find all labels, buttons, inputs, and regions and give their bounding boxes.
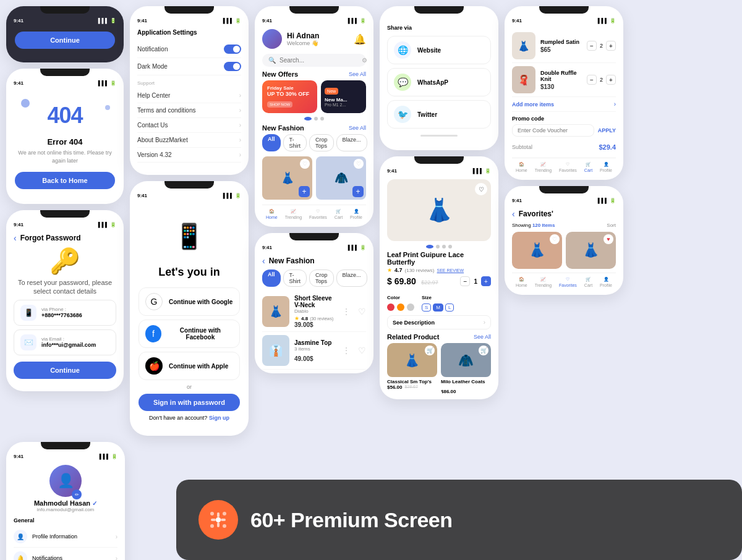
back-arrow[interactable]: ‹ xyxy=(14,233,17,243)
related-2-fav[interactable]: 🛒 xyxy=(479,346,488,355)
fav-heart-1[interactable]: ♡ xyxy=(550,234,560,244)
related-1[interactable]: 👗 🛒 Classical Sm Top's $56.00 $28.67 xyxy=(387,343,437,396)
product-2-fav[interactable]: ♡ xyxy=(354,159,364,169)
fav-controls: Showing 120 Items Sort xyxy=(512,223,616,228)
notification-row[interactable]: Notification xyxy=(137,41,241,58)
add-more-row[interactable]: Add more items › xyxy=(512,97,616,112)
back-home-button[interactable]: Back to Home xyxy=(15,172,115,189)
color-orange[interactable] xyxy=(397,303,404,311)
profile-info-item[interactable]: 👤 Profile Information › xyxy=(14,526,117,548)
nav-trending[interactable]: 📈 Trending xyxy=(285,209,302,219)
twitter-item[interactable]: 🐦 Twitter xyxy=(387,100,491,129)
product-1-add[interactable]: + xyxy=(299,186,310,197)
list-item-2-more[interactable]: ⋮ xyxy=(342,346,351,355)
about-row[interactable]: About BuzzMarket › xyxy=(137,133,241,148)
signin-button[interactable]: Sign in with password xyxy=(139,394,240,411)
cart-nav-home[interactable]: 🏠 Home xyxy=(516,162,527,172)
continue-button[interactable]: Continue xyxy=(15,32,115,49)
see-description-btn[interactable]: See Description › xyxy=(387,315,491,329)
nav-profile-home[interactable]: 👤 Profile xyxy=(350,209,362,219)
list-tab-tshirt[interactable]: T-Shirt xyxy=(283,269,307,287)
apply-button[interactable]: APPLY xyxy=(598,124,616,137)
tab-blaze[interactable]: Blaze... xyxy=(336,134,367,151)
facebook-button[interactable]: f Continue with Facebook xyxy=(139,320,240,348)
qty-plus[interactable]: + xyxy=(481,276,491,286)
fav-item-1[interactable]: 👗 ♡ xyxy=(512,232,562,269)
apple-button[interactable]: 🍎 Continue with Apple xyxy=(139,352,240,380)
filter-icon[interactable]: ⚙ xyxy=(362,57,367,64)
list-tab-all[interactable]: All xyxy=(262,269,281,287)
search-input[interactable] xyxy=(279,57,358,64)
offers-title: New Offers xyxy=(262,70,298,78)
terms-row[interactable]: Terms and conditions › xyxy=(137,103,241,118)
email-option[interactable]: ✉️ via Email : info***ui@gmail.com xyxy=(14,329,116,355)
fav-item-2[interactable]: 👗 ♥ xyxy=(566,232,616,269)
screen-404: 9:41 ▌▌▌ 🔋 404 Error 404 We are not onli… xyxy=(6,69,124,204)
qty-minus[interactable]: − xyxy=(460,276,470,286)
fav-nav-fav[interactable]: ♡ Favorites xyxy=(559,277,577,287)
product-fav-btn[interactable]: ♡ xyxy=(475,183,487,195)
fashion-back[interactable]: ‹ xyxy=(262,256,265,266)
edit-avatar-btn[interactable]: ✏ xyxy=(72,490,82,499)
cart-nav-cart[interactable]: 🛒 Cart xyxy=(584,162,592,172)
sort-label[interactable]: Sort xyxy=(607,223,616,228)
website-item[interactable]: 🌐 Website xyxy=(387,36,491,64)
tab-croptops[interactable]: Crop Tops xyxy=(309,134,334,151)
notification-toggle[interactable] xyxy=(224,45,241,54)
cart-nav-trending[interactable]: 📈 Trending xyxy=(535,162,552,172)
search-bar[interactable]: 🔍 ⚙ xyxy=(262,54,366,67)
list-item-1-more[interactable]: ⋮ xyxy=(342,307,351,316)
list-item-2[interactable]: 👔 Jasmine Top 3 items 49.00$ ⋮ ♡ xyxy=(262,332,366,370)
related-see-all[interactable]: See All xyxy=(474,334,491,340)
cart-2-plus[interactable]: + xyxy=(606,75,616,85)
cart-1-minus[interactable]: − xyxy=(587,41,597,51)
related-1-fav[interactable]: 🛒 xyxy=(425,346,435,355)
fav-nav-home[interactable]: 🏠 Home xyxy=(516,277,527,287)
whatsapp-item[interactable]: 💬 WhatsApP xyxy=(387,68,491,96)
contact-row[interactable]: Contact Us › xyxy=(137,118,241,133)
cart-1-qty-value: 2 xyxy=(600,43,603,49)
related-2[interactable]: 🧥 🛒 Milo Leather Coats $86.00 xyxy=(441,343,491,396)
cart-2-minus[interactable]: − xyxy=(587,75,597,85)
help-arrow: › xyxy=(239,92,241,99)
forgot-continue-button[interactable]: Continue xyxy=(14,362,116,379)
offers-see-all[interactable]: See All xyxy=(349,71,366,77)
size-s[interactable]: S xyxy=(422,303,431,312)
list-tab-crop[interactable]: Crop Tops xyxy=(309,269,334,287)
fav-nav-cart[interactable]: 🛒 Cart xyxy=(584,277,592,287)
fav-nav-trending[interactable]: 📈 Trending xyxy=(535,277,552,287)
product-2-add[interactable]: + xyxy=(352,186,364,197)
bell-icon[interactable]: 🔔 xyxy=(354,33,366,45)
cart-1-plus[interactable]: + xyxy=(606,41,616,51)
darkmode-toggle[interactable] xyxy=(224,62,241,71)
google-button[interactable]: G Continue with Google xyxy=(139,287,240,316)
product-1-fav[interactable]: ♡ xyxy=(300,159,310,169)
color-red[interactable] xyxy=(387,303,394,311)
tab-tshirt[interactable]: T-Shirt xyxy=(283,134,307,151)
size-l[interactable]: L xyxy=(445,303,454,312)
promo-input[interactable] xyxy=(512,124,594,137)
help-row[interactable]: Help Center › xyxy=(137,88,241,103)
signup-link[interactable]: Sign up xyxy=(209,415,229,421)
darkmode-row[interactable]: Dark Mode xyxy=(137,58,241,75)
nav-favorites-home[interactable]: ♡ Favorites xyxy=(309,209,327,219)
nav-home[interactable]: 🏠 Home xyxy=(266,209,278,219)
notif-item[interactable]: 🔔 Notifications › xyxy=(14,548,117,560)
list-tab-blaze[interactable]: Blaze... xyxy=(336,269,367,287)
nav-cart-home[interactable]: 🛒 Cart xyxy=(335,209,343,219)
list-item-2-heart[interactable]: ♡ xyxy=(358,346,366,355)
color-gray[interactable] xyxy=(407,303,414,311)
phone-option[interactable]: 📱 via Phone : +880***7763686 xyxy=(14,300,116,326)
fav-heart-2[interactable]: ♥ xyxy=(603,234,613,244)
size-m[interactable]: M xyxy=(433,303,443,312)
tab-all[interactable]: All xyxy=(262,134,281,151)
fashion-see-all[interactable]: See All xyxy=(349,125,366,131)
cart-nav-profile[interactable]: 👤 Profile xyxy=(600,162,612,172)
fav-back[interactable]: ‹ xyxy=(512,209,515,219)
list-item-1-heart[interactable]: ♡ xyxy=(358,307,366,316)
fav-nav-profile[interactable]: 👤 Profile xyxy=(600,277,612,287)
list-item-1[interactable]: 👗 Short Sleeve V-Neck Diablo ★ 4.8 (30 r… xyxy=(262,292,366,332)
cart-nav-fav[interactable]: ♡ Favorites xyxy=(559,162,577,172)
promo-cta[interactable]: SHOP NOW xyxy=(267,101,292,108)
see-review-link[interactable]: SEE REVIEW xyxy=(437,268,464,273)
